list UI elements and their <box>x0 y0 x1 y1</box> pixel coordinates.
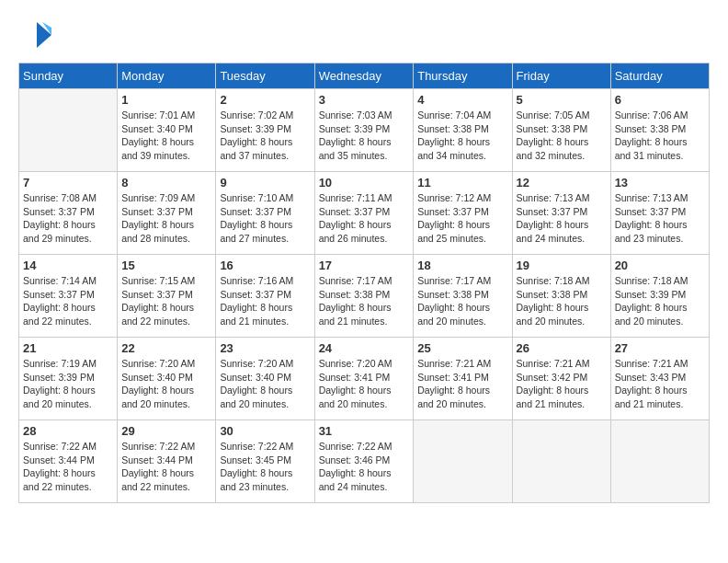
calendar-cell: 9 Sunrise: 7:10 AMSunset: 3:37 PMDayligh… <box>216 172 314 255</box>
day-number: 12 <box>517 176 607 190</box>
calendar-cell: 26 Sunrise: 7:21 AMSunset: 3:42 PMDaylig… <box>512 338 610 420</box>
calendar-cell: 12 Sunrise: 7:13 AMSunset: 3:37 PMDaylig… <box>512 172 610 255</box>
day-detail: Sunrise: 7:01 AMSunset: 3:40 PMDaylight:… <box>121 109 195 161</box>
calendar-cell: 21 Sunrise: 7:19 AMSunset: 3:39 PMDaylig… <box>19 338 118 420</box>
day-detail: Sunrise: 7:22 AMSunset: 3:46 PMDaylight:… <box>319 441 392 492</box>
weekday-header-tuesday: Tuesday <box>216 63 314 89</box>
day-detail: Sunrise: 7:20 AMSunset: 3:40 PMDaylight:… <box>220 358 293 409</box>
day-detail: Sunrise: 7:02 AMSunset: 3:39 PMDaylight:… <box>220 109 293 161</box>
day-detail: Sunrise: 7:08 AMSunset: 3:37 PMDaylight:… <box>23 192 97 244</box>
day-number: 17 <box>319 259 410 272</box>
day-number: 2 <box>220 93 310 107</box>
day-number: 31 <box>319 424 410 438</box>
day-number: 7 <box>23 176 113 190</box>
calendar-cell: 19 Sunrise: 7:18 AMSunset: 3:38 PMDaylig… <box>512 255 610 338</box>
calendar-cell: 22 Sunrise: 7:20 AMSunset: 3:40 PMDaylig… <box>118 338 216 420</box>
day-detail: Sunrise: 7:22 AMSunset: 3:44 PMDaylight:… <box>23 441 97 492</box>
day-number: 5 <box>517 93 607 107</box>
day-number: 19 <box>517 259 607 272</box>
day-detail: Sunrise: 7:14 AMSunset: 3:37 PMDaylight:… <box>23 275 97 327</box>
calendar-cell: 6 Sunrise: 7:06 AMSunset: 3:38 PMDayligh… <box>610 89 709 172</box>
calendar-cell: 28 Sunrise: 7:22 AMSunset: 3:44 PMDaylig… <box>19 420 118 503</box>
calendar-cell: 29 Sunrise: 7:22 AMSunset: 3:44 PMDaylig… <box>118 420 216 503</box>
calendar-cell: 7 Sunrise: 7:08 AMSunset: 3:37 PMDayligh… <box>19 172 118 255</box>
calendar-cell: 1 Sunrise: 7:01 AMSunset: 3:40 PMDayligh… <box>118 89 216 172</box>
day-number: 8 <box>121 176 211 190</box>
day-detail: Sunrise: 7:17 AMSunset: 3:38 PMDaylight:… <box>319 275 392 327</box>
day-detail: Sunrise: 7:19 AMSunset: 3:39 PMDaylight:… <box>23 358 97 409</box>
day-detail: Sunrise: 7:18 AMSunset: 3:39 PMDaylight:… <box>615 275 688 327</box>
day-number: 14 <box>23 259 113 272</box>
day-number: 16 <box>220 259 310 272</box>
day-number: 29 <box>121 424 211 438</box>
calendar-cell: 23 Sunrise: 7:20 AMSunset: 3:40 PMDaylig… <box>216 338 314 420</box>
day-detail: Sunrise: 7:03 AMSunset: 3:39 PMDaylight:… <box>319 109 392 161</box>
day-detail: Sunrise: 7:16 AMSunset: 3:37 PMDaylight:… <box>220 275 293 327</box>
calendar-cell: 10 Sunrise: 7:11 AMSunset: 3:37 PMDaylig… <box>314 172 414 255</box>
day-detail: Sunrise: 7:21 AMSunset: 3:42 PMDaylight:… <box>517 358 590 409</box>
day-detail: Sunrise: 7:10 AMSunset: 3:37 PMDaylight:… <box>220 192 293 244</box>
weekday-header-sunday: Sunday <box>19 63 118 89</box>
day-number: 28 <box>23 424 113 438</box>
weekday-header-thursday: Thursday <box>414 63 512 89</box>
calendar: SundayMondayTuesdayWednesdayThursdayFrid… <box>18 63 710 503</box>
logo-icon <box>18 18 51 52</box>
day-number: 9 <box>220 176 310 190</box>
day-number: 6 <box>615 93 705 107</box>
calendar-cell <box>610 420 709 503</box>
day-number: 10 <box>319 176 410 190</box>
day-detail: Sunrise: 7:22 AMSunset: 3:45 PMDaylight:… <box>220 441 293 492</box>
calendar-cell: 5 Sunrise: 7:05 AMSunset: 3:38 PMDayligh… <box>512 89 610 172</box>
day-number: 11 <box>417 176 507 190</box>
calendar-cell: 25 Sunrise: 7:21 AMSunset: 3:41 PMDaylig… <box>414 338 512 420</box>
day-number: 30 <box>220 424 310 438</box>
day-number: 21 <box>23 341 113 355</box>
calendar-cell: 14 Sunrise: 7:14 AMSunset: 3:37 PMDaylig… <box>19 255 118 338</box>
calendar-cell <box>19 89 118 172</box>
day-number: 25 <box>417 341 507 355</box>
calendar-cell: 15 Sunrise: 7:15 AMSunset: 3:37 PMDaylig… <box>118 255 216 338</box>
day-number: 1 <box>121 93 211 107</box>
day-number: 24 <box>319 341 410 355</box>
day-number: 20 <box>615 259 705 272</box>
calendar-cell: 4 Sunrise: 7:04 AMSunset: 3:38 PMDayligh… <box>414 89 512 172</box>
day-number: 3 <box>319 93 410 107</box>
weekday-header-friday: Friday <box>512 63 610 89</box>
weekday-header-wednesday: Wednesday <box>314 63 414 89</box>
calendar-cell: 16 Sunrise: 7:16 AMSunset: 3:37 PMDaylig… <box>216 255 314 338</box>
weekday-header-monday: Monday <box>118 63 216 89</box>
day-number: 27 <box>615 341 705 355</box>
calendar-cell: 11 Sunrise: 7:12 AMSunset: 3:37 PMDaylig… <box>414 172 512 255</box>
day-detail: Sunrise: 7:21 AMSunset: 3:43 PMDaylight:… <box>615 358 688 409</box>
calendar-cell: 2 Sunrise: 7:02 AMSunset: 3:39 PMDayligh… <box>216 89 314 172</box>
day-detail: Sunrise: 7:15 AMSunset: 3:37 PMDaylight:… <box>121 275 195 327</box>
day-detail: Sunrise: 7:12 AMSunset: 3:37 PMDaylight:… <box>417 192 491 244</box>
day-number: 23 <box>220 341 310 355</box>
calendar-cell <box>414 420 512 503</box>
day-detail: Sunrise: 7:20 AMSunset: 3:41 PMDaylight:… <box>319 358 392 409</box>
day-detail: Sunrise: 7:09 AMSunset: 3:37 PMDaylight:… <box>121 192 195 244</box>
calendar-cell: 3 Sunrise: 7:03 AMSunset: 3:39 PMDayligh… <box>314 89 414 172</box>
calendar-cell: 17 Sunrise: 7:17 AMSunset: 3:38 PMDaylig… <box>314 255 414 338</box>
day-detail: Sunrise: 7:13 AMSunset: 3:37 PMDaylight:… <box>517 192 590 244</box>
day-detail: Sunrise: 7:17 AMSunset: 3:38 PMDaylight:… <box>417 275 491 327</box>
day-detail: Sunrise: 7:05 AMSunset: 3:38 PMDaylight:… <box>517 109 590 161</box>
day-number: 22 <box>121 341 211 355</box>
day-detail: Sunrise: 7:13 AMSunset: 3:37 PMDaylight:… <box>615 192 688 244</box>
weekday-header-saturday: Saturday <box>610 63 709 89</box>
day-detail: Sunrise: 7:18 AMSunset: 3:38 PMDaylight:… <box>517 275 590 327</box>
day-detail: Sunrise: 7:21 AMSunset: 3:41 PMDaylight:… <box>417 358 491 409</box>
day-number: 26 <box>517 341 607 355</box>
calendar-cell <box>512 420 610 503</box>
calendar-cell: 13 Sunrise: 7:13 AMSunset: 3:37 PMDaylig… <box>610 172 709 255</box>
day-detail: Sunrise: 7:20 AMSunset: 3:40 PMDaylight:… <box>121 358 195 409</box>
calendar-cell: 27 Sunrise: 7:21 AMSunset: 3:43 PMDaylig… <box>610 338 709 420</box>
day-number: 13 <box>615 176 705 190</box>
day-number: 15 <box>121 259 211 272</box>
calendar-cell: 31 Sunrise: 7:22 AMSunset: 3:46 PMDaylig… <box>314 420 414 503</box>
day-detail: Sunrise: 7:22 AMSunset: 3:44 PMDaylight:… <box>121 441 195 492</box>
logo <box>18 18 51 52</box>
day-number: 18 <box>417 259 507 272</box>
calendar-cell: 8 Sunrise: 7:09 AMSunset: 3:37 PMDayligh… <box>118 172 216 255</box>
day-detail: Sunrise: 7:11 AMSunset: 3:37 PMDaylight:… <box>319 192 392 244</box>
